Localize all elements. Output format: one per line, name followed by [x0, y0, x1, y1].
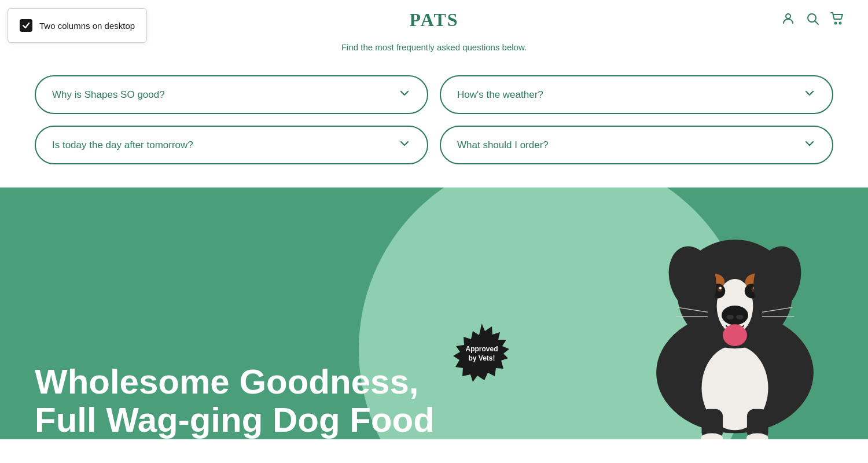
checkbox-checked[interactable]	[20, 19, 32, 32]
checkbox-label: Two columns on desktop	[39, 21, 135, 31]
site-logo[interactable]: PATS	[409, 9, 458, 31]
svg-point-3	[835, 22, 837, 24]
svg-point-15	[719, 287, 722, 289]
badge-text: Approvedby Vets!	[465, 344, 498, 364]
svg-point-18	[726, 315, 734, 319]
faq-chevron-1	[398, 87, 411, 102]
svg-line-2	[815, 21, 819, 24]
cart-icon[interactable]	[830, 12, 845, 29]
faq-grid: Why is Shapes SO good? How's the weather…	[35, 75, 833, 164]
svg-point-17	[722, 306, 748, 325]
faq-question-4: What should I order?	[457, 139, 549, 151]
banner-section: Approvedby Vets!	[0, 188, 868, 439]
faq-section: Why is Shapes SO good? How's the weather…	[0, 69, 868, 188]
page-subtitle: Find the most frequently asked questions…	[0, 42, 868, 52]
approved-badge: Approvedby Vets!	[448, 321, 515, 387]
faq-question-3: Is today the day after tomorrow?	[52, 139, 193, 151]
faq-item-4[interactable]: What should I order?	[440, 126, 833, 164]
svg-point-20	[723, 324, 747, 346]
faq-question-1: Why is Shapes SO good?	[52, 89, 165, 101]
header-icons	[781, 12, 845, 29]
faq-chevron-2	[803, 87, 816, 102]
faq-chevron-3	[398, 137, 411, 153]
faq-question-2: How's the weather?	[457, 89, 543, 101]
faq-item-3[interactable]: Is today the day after tomorrow?	[35, 126, 428, 164]
faq-item-1[interactable]: Why is Shapes SO good?	[35, 75, 428, 114]
svg-point-19	[736, 315, 744, 319]
svg-point-4	[840, 22, 841, 24]
banner-headline: Wholesome Goodness, Full Wag-ging Dog Fo…	[35, 363, 435, 439]
search-icon[interactable]	[806, 12, 819, 29]
svg-point-0	[786, 14, 790, 19]
two-columns-checkbox-overlay: Two columns on desktop	[8, 8, 147, 43]
faq-chevron-4	[803, 137, 816, 153]
account-icon[interactable]	[781, 12, 795, 29]
faq-item-2[interactable]: How's the weather?	[440, 75, 833, 114]
dog-image	[579, 188, 868, 439]
